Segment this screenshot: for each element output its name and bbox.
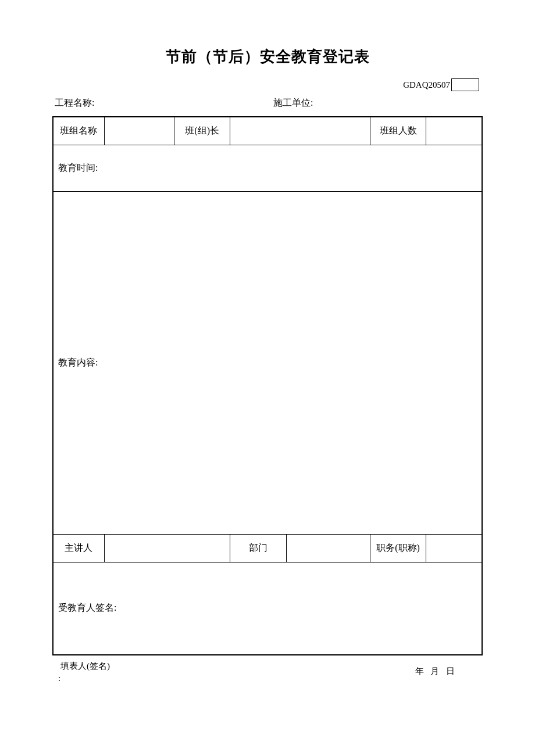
form-title: 节前（节后）安全教育登记表 (52, 46, 483, 67)
contractor-label: 施工单位: (262, 97, 480, 109)
dept-label: 部门 (230, 534, 286, 562)
team-count-field[interactable] (426, 117, 482, 145)
education-time-label: 教育时间: (58, 163, 98, 173)
project-name-label: 工程名称: (55, 97, 262, 109)
trainee-signature-row: 受教育人签名: (53, 562, 482, 655)
position-title-field[interactable] (426, 534, 482, 562)
education-content-cell[interactable]: 教育内容: (53, 191, 482, 534)
education-content-row: 教育内容: (53, 191, 482, 534)
dept-field[interactable] (286, 534, 370, 562)
lecturer-row: 主讲人 部门 职务(职称) (53, 534, 482, 562)
team-name-field[interactable] (104, 117, 174, 145)
filled-by-label-top: 填表人(签名) (58, 660, 110, 672)
education-time-row: 教育时间: (53, 145, 482, 191)
team-info-row: 班组名称 班(组)长 班组人数 (53, 117, 482, 145)
trainee-signature-label: 受教育人签名: (58, 603, 116, 612)
registration-form-table: 班组名称 班(组)长 班组人数 教育时间: 教育内容: 主讲人 部门 职务(职称… (52, 116, 483, 655)
team-count-label: 班组人数 (370, 117, 426, 145)
team-name-label: 班组名称 (53, 117, 104, 145)
form-code-input-box[interactable] (451, 78, 479, 91)
footer-row: 填表人(签名) : 年 月 日 (52, 660, 483, 685)
filled-by-label-bottom: : (58, 673, 60, 683)
form-code-text: GDAQ20507 (403, 80, 450, 90)
team-leader-field[interactable] (230, 117, 370, 145)
position-title-label: 职务(职称) (370, 534, 426, 562)
lecturer-field[interactable] (104, 534, 230, 562)
trainee-signature-cell[interactable]: 受教育人签名: (53, 562, 482, 655)
education-time-cell[interactable]: 教育时间: (53, 145, 482, 191)
header-row: 工程名称: 施工单位: (52, 97, 483, 113)
form-code-row: GDAQ20507 (52, 78, 483, 91)
filled-by-label: 填表人(签名) : (58, 660, 364, 685)
team-leader-label: 班(组)长 (174, 117, 230, 145)
lecturer-label: 主讲人 (53, 534, 104, 562)
education-content-label: 教育内容: (58, 357, 98, 367)
date-label: 年 月 日 (364, 660, 457, 685)
